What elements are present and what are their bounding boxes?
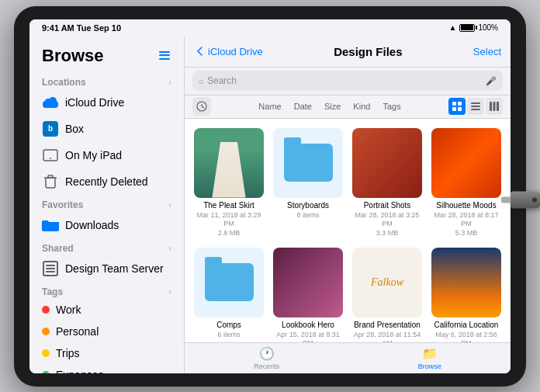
list-item[interactable]: Portrait Shots Mar 28, 2018 at 3:25 PM3.…	[352, 128, 422, 238]
browse-tab-icon: 📁	[422, 346, 438, 361]
sidebar-item-downloads[interactable]: Downloads	[29, 212, 184, 238]
nav-bar: iCloud Drive Design Files Select	[185, 36, 511, 68]
file-name: Storyboards	[287, 201, 329, 210]
downloads-label: Downloads	[65, 219, 119, 231]
shared-section-text: Shared	[42, 243, 74, 254]
view-toggle	[448, 98, 503, 115]
work-tag-dot	[42, 306, 50, 314]
search-icon: ⌕	[199, 76, 204, 85]
recently-deleted-label: Recently Deleted	[65, 175, 148, 188]
tab-browse[interactable]: 📁 Browse	[403, 345, 457, 372]
file-thumbnail	[194, 128, 264, 198]
file-thumbnail	[194, 248, 264, 317]
file-meta: 6 items	[217, 331, 240, 340]
file-name: Silhouette Moods	[436, 201, 496, 210]
column-view-button[interactable]	[486, 98, 503, 115]
svg-rect-15	[452, 107, 456, 111]
battery-icon	[459, 24, 475, 32]
search-toolbar: ⌕ Search 🎤	[185, 68, 511, 95]
usb-drive	[511, 191, 540, 208]
trash-icon	[42, 173, 59, 190]
right-panel: iCloud Drive Design Files Select ⌕ Searc…	[185, 36, 511, 373]
list-item[interactable]: Lookbook Hero Apr 15, 2018 at 8:31 PM3.4…	[273, 248, 343, 342]
file-name: Brand Presentation	[354, 321, 421, 330]
svg-rect-18	[471, 106, 480, 107]
chevron-icon: ›	[168, 243, 171, 254]
tab-recents[interactable]: 🕐 Recents	[238, 345, 295, 372]
mic-icon: 🎤	[486, 76, 497, 86]
sidebar-item-on-my-ipad[interactable]: On My iPad	[29, 142, 184, 168]
tab-bar: 🕐 Recents 📁 Browse	[185, 342, 511, 373]
trips-tag-label: Trips	[56, 347, 80, 359]
sidebar-item-box[interactable]: b Box	[29, 116, 184, 142]
server-icon	[42, 260, 59, 277]
nav-title: Design Files	[263, 45, 473, 58]
section-favorites-label: Favorites ›	[29, 195, 184, 212]
brand-text: Falkow	[371, 276, 403, 289]
status-right: ▲ 100%	[449, 23, 498, 32]
battery-percent: 100%	[478, 23, 498, 32]
select-button[interactable]: Select	[473, 46, 501, 57]
sort-name[interactable]: Name	[254, 100, 286, 113]
sidebar-item-icloud-drive[interactable]: iCloud Drive	[29, 89, 184, 116]
sidebar-header: Browse	[29, 43, 184, 72]
list-item[interactable]: Falkow Brand Presentation Apr 28, 2018 a…	[352, 248, 422, 342]
sidebar-item-design-team-server[interactable]: Design Team Server	[29, 255, 184, 282]
chevron-icon: ›	[168, 199, 171, 210]
expenses-tag-label: Expenses	[56, 369, 103, 373]
list-item[interactable]: Silhouette Moods Mar 28, 2018 at 8:17 PM…	[431, 128, 501, 238]
file-meta: 8 items	[296, 211, 319, 220]
files-grid: The Pleat Skirt Mar 11, 2018 at 3:29 PM2…	[194, 128, 501, 342]
sidebar-menu-button[interactable]	[158, 49, 171, 63]
main-content: Browse Locations ›	[29, 36, 511, 373]
file-thumbnail	[352, 128, 422, 198]
svg-rect-22	[497, 102, 499, 111]
grid-view-button[interactable]	[448, 98, 466, 115]
svg-rect-19	[471, 109, 480, 110]
list-view-button[interactable]	[467, 98, 484, 115]
search-bar[interactable]: ⌕ Search 🎤	[192, 71, 503, 91]
sort-date[interactable]: Date	[289, 100, 317, 113]
personal-tag-dot	[42, 328, 50, 335]
sidebar: Browse Locations ›	[29, 36, 185, 373]
sort-tags[interactable]: Tags	[378, 100, 405, 113]
trips-tag-dot	[42, 349, 50, 357]
svg-point-4	[50, 158, 51, 159]
file-thumbnail	[431, 128, 501, 198]
ipad-icon	[42, 147, 59, 164]
recents-tab-label: Recents	[254, 363, 279, 370]
sort-kind[interactable]: Kind	[348, 100, 375, 113]
sidebar-item-tag-expenses[interactable]: Expenses	[29, 364, 184, 373]
file-name: California Location	[434, 321, 499, 330]
list-item[interactable]: The Pleat Skirt Mar 11, 2018 at 3:29 PM2…	[194, 128, 264, 238]
browse-tab-label: Browse	[418, 363, 441, 370]
sidebar-item-tag-work[interactable]: Work	[29, 299, 184, 321]
file-thumbnail	[431, 248, 501, 317]
file-thumbnail: Falkow	[352, 248, 422, 317]
file-name: Comps	[216, 321, 241, 330]
list-item[interactable]: California Location May 6, 2018 at 2:56 …	[431, 248, 501, 342]
status-bar: 9:41 AM Tue Sep 10 ▲ 100%	[29, 19, 511, 36]
file-name: Portrait Shots	[364, 201, 411, 210]
status-time: 9:41 AM Tue Sep 10	[42, 23, 121, 33]
file-thumbnail	[273, 248, 343, 317]
box-label: Box	[65, 123, 84, 135]
sort-size[interactable]: Size	[320, 100, 345, 113]
recents-sort-button[interactable]	[192, 97, 211, 116]
ipad-frame: 9:41 AM Tue Sep 10 ▲ 100% Browse	[14, 6, 526, 387]
recents-tab-icon: 🕐	[259, 346, 275, 361]
list-item[interactable]: Storyboards 8 items	[273, 128, 343, 238]
back-button[interactable]: iCloud Drive	[194, 45, 263, 57]
svg-rect-17	[471, 102, 480, 104]
sidebar-item-tag-personal[interactable]: Personal	[29, 321, 184, 342]
search-placeholder: Search	[207, 75, 237, 86]
svg-rect-16	[458, 107, 462, 111]
list-item[interactable]: Comps 6 items	[194, 248, 264, 342]
file-meta: May 6, 2018 at 2:56 PM2.3 MB	[431, 331, 501, 342]
file-meta: Mar 28, 2018 at 3:25 PM3.3 MB	[352, 211, 422, 238]
back-label: iCloud Drive	[208, 46, 263, 57]
sidebar-item-recently-deleted[interactable]: Recently Deleted	[29, 168, 184, 195]
chevron-icon: ›	[168, 286, 171, 297]
sidebar-item-tag-trips[interactable]: Trips	[29, 342, 184, 364]
sort-tags-group: Name Date Size Kind Tags	[216, 100, 444, 113]
